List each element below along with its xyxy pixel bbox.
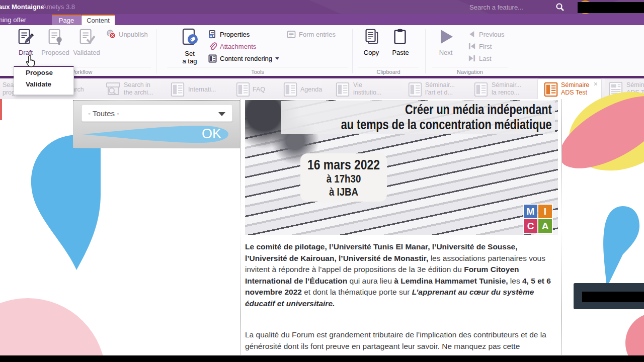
tool-tab-search-archives[interactable]: Search inthe archi...: [124, 81, 153, 97]
tool-tab-international[interactable]: Internati...: [188, 86, 216, 93]
content-rendering-label: Content rendering: [220, 55, 272, 62]
paste-button[interactable]: Paste: [387, 28, 414, 56]
group-divider: [432, 67, 508, 67]
last-label: Last: [479, 55, 492, 62]
next-button[interactable]: Next: [432, 28, 460, 56]
document-icon-active: [543, 82, 558, 97]
group-divider: [167, 67, 348, 67]
properties-label: Properties: [220, 31, 250, 38]
document-icon: [335, 82, 350, 97]
poster-headline: Créer un média indépendant au temps de l…: [281, 101, 555, 134]
first-button[interactable]: First: [468, 42, 492, 50]
archive-search-icon: [106, 82, 121, 96]
document-icon: [473, 82, 489, 97]
paste-clipboard-icon: [392, 28, 409, 45]
notification-box: [574, 283, 644, 309]
copy-icon: [363, 28, 380, 45]
draft-dropdown-menu: Propose Validate: [14, 66, 74, 95]
ribbon: Draft Proposed Validated: [0, 25, 644, 76]
decor-pink-circle-right: [625, 313, 644, 362]
close-tab-icon[interactable]: ×: [594, 80, 598, 88]
redaction-bar-bottom: [0, 355, 644, 362]
previous-arrow-icon: [468, 30, 476, 38]
next-arrow-icon: [437, 28, 455, 45]
set-a-tag-button[interactable]: Seta tag: [177, 28, 202, 65]
article-preview-panel: Créer un média indépendant au temps de l…: [240, 99, 562, 356]
group-separator: [156, 29, 156, 73]
set-tag-document-icon: [181, 28, 199, 46]
validated-label: Validated: [71, 49, 102, 56]
navigation-group-label: Navigation: [432, 69, 508, 75]
tool-tab-seminaire-ads-test[interactable]: SéminaireADS Test ×: [537, 78, 602, 99]
draft-button[interactable]: Draft: [14, 28, 37, 56]
previous-label: Previous: [479, 31, 505, 38]
draft-document-pencil-icon: [17, 28, 34, 45]
top-bar: aux Montaigne Ametys 3.8 Search a featur…: [0, 0, 644, 14]
last-arrow-icon: [468, 54, 476, 62]
proposed-document-icon: [47, 28, 64, 45]
tool-tab-seminaire-rencontre[interactable]: Séminair...la renco...: [492, 81, 521, 97]
attachments-label: Attachments: [220, 43, 256, 50]
tab-page[interactable]: Page: [52, 15, 81, 25]
paperclip-icon: [208, 42, 217, 51]
search-icon[interactable]: [555, 3, 565, 12]
first-arrow-icon: [468, 42, 476, 50]
group-separator: [425, 29, 426, 73]
redaction-bar: [578, 2, 644, 13]
tool-tab-faq[interactable]: FAQ: [253, 86, 265, 93]
form-entries-label: Form entries: [299, 31, 336, 38]
select-caret-icon: [218, 112, 225, 116]
validated-document-check-icon: [78, 28, 95, 45]
copy-button[interactable]: Copy: [358, 28, 384, 56]
decor-blue-teardrop-right: [602, 205, 640, 289]
context-bar: ning offer Page Content: [0, 14, 644, 25]
menu-item-validate[interactable]: Validate: [14, 78, 73, 90]
category-select-value: - Toutes -: [88, 109, 119, 118]
category-select[interactable]: - Toutes -: [82, 105, 232, 122]
filter-form: - Toutes - OK: [73, 100, 240, 148]
breadcrumb: ning offer: [0, 16, 26, 24]
properties-document-icon: [208, 30, 217, 39]
content-rendering-layout-icon: [208, 54, 217, 63]
clipboard-group-label: Clipboard: [358, 69, 419, 75]
redaction-bar: [582, 292, 644, 302]
active-tab-label: SéminaireADS Test: [561, 81, 589, 97]
decor-pink-circle-left: [0, 298, 106, 362]
last-button[interactable]: Last: [468, 54, 492, 62]
document-icon: [408, 82, 423, 97]
validated-button[interactable]: Validated: [71, 28, 102, 56]
tool-tab-agenda[interactable]: Agenda: [300, 86, 322, 93]
site-title: aux Montaigne: [0, 3, 44, 11]
set-a-tag-label: Seta tag: [177, 50, 202, 65]
ok-button[interactable]: OK: [82, 124, 230, 145]
cursor-pointer-icon: [25, 54, 36, 67]
next-label: Next: [432, 49, 460, 56]
tab-content[interactable]: Content: [82, 15, 115, 25]
first-label: First: [479, 43, 492, 50]
unpublish-globe-x-icon: [107, 30, 116, 39]
unpublish-button[interactable]: Unpublish: [107, 30, 148, 39]
copy-label: Copy: [358, 49, 384, 56]
proposed-button[interactable]: Proposed: [41, 28, 69, 56]
tool-tab-seminaire-art[interactable]: Séminair...l’art et d...: [425, 81, 455, 97]
properties-button[interactable]: Properties: [208, 30, 250, 39]
document-icon: [170, 82, 185, 97]
feature-search-input[interactable]: Search a feature...: [469, 4, 523, 11]
menu-item-propose[interactable]: Propose: [14, 67, 73, 78]
product-version: Ametys 3.8: [42, 3, 75, 11]
group-separator: [352, 29, 353, 73]
previous-button[interactable]: Previous: [468, 30, 505, 38]
document-icon: [283, 82, 298, 97]
attachments-button[interactable]: Attachments: [208, 42, 256, 51]
proposed-label: Proposed: [41, 49, 69, 56]
tool-tab-vie-institutionnelle[interactable]: Vieinstitutio...: [353, 81, 381, 97]
tools-group-label: Tools: [167, 69, 348, 75]
document-icon: [235, 82, 251, 97]
form-entries-button[interactable]: Form entries: [287, 30, 336, 39]
unpublish-label: Unpublish: [119, 31, 148, 38]
content-rendering-button[interactable]: Content rendering: [208, 54, 279, 63]
form-entries-list-icon: [287, 30, 296, 39]
application-window: aux Montaigne Ametys 3.8 Search a featur…: [0, 0, 644, 362]
tool-tab-strip: Searchprograms Search Search inthe archi…: [0, 78, 644, 99]
ok-button-label: OK: [202, 126, 221, 142]
